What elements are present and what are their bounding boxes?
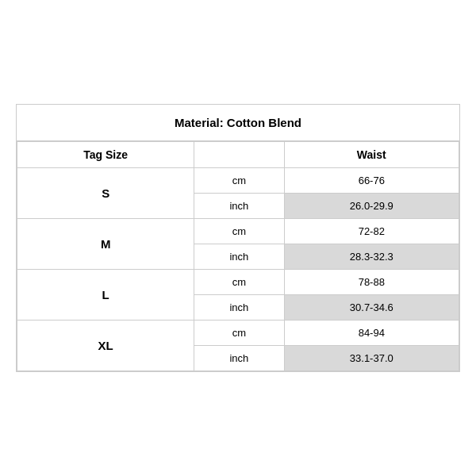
waist-value-cell: 30.7-34.6 xyxy=(284,295,459,321)
table-row: XLcm84-94 xyxy=(17,321,459,346)
header-tag-size: Tag Size xyxy=(17,142,194,168)
waist-value-cell: 33.1-37.0 xyxy=(284,346,459,371)
unit-cell: inch xyxy=(194,194,284,219)
unit-cell: cm xyxy=(194,321,284,346)
unit-cell: cm xyxy=(194,168,284,194)
table-row: Mcm72-82 xyxy=(17,219,459,244)
unit-cell: inch xyxy=(194,295,284,321)
waist-value-cell: 84-94 xyxy=(284,321,459,346)
table-header-row: Tag Size Waist xyxy=(17,142,459,168)
tag-size-cell: S xyxy=(17,168,194,219)
header-unit xyxy=(194,142,284,168)
waist-value-cell: 26.0-29.9 xyxy=(284,194,459,219)
unit-cell: inch xyxy=(194,346,284,371)
waist-value-cell: 66-76 xyxy=(284,168,459,194)
chart-title: Material: Cotton Blend xyxy=(17,105,459,141)
header-waist: Waist xyxy=(284,142,459,168)
waist-value-cell: 78-88 xyxy=(284,270,459,295)
tag-size-cell: L xyxy=(17,270,194,321)
waist-value-cell: 28.3-32.3 xyxy=(284,244,459,270)
unit-cell: cm xyxy=(194,219,284,244)
unit-cell: inch xyxy=(194,244,284,270)
waist-value-cell: 72-82 xyxy=(284,219,459,244)
table-row: Lcm78-88 xyxy=(17,270,459,295)
tag-size-cell: M xyxy=(17,219,194,270)
table-row: Scm66-76 xyxy=(17,168,459,194)
tag-size-cell: XL xyxy=(17,321,194,371)
size-table: Tag Size Waist Scm66-76inch26.0-29.9Mcm7… xyxy=(17,141,459,371)
size-chart-container: Material: Cotton Blend Tag Size Waist Sc… xyxy=(16,104,460,372)
unit-cell: cm xyxy=(194,270,284,295)
